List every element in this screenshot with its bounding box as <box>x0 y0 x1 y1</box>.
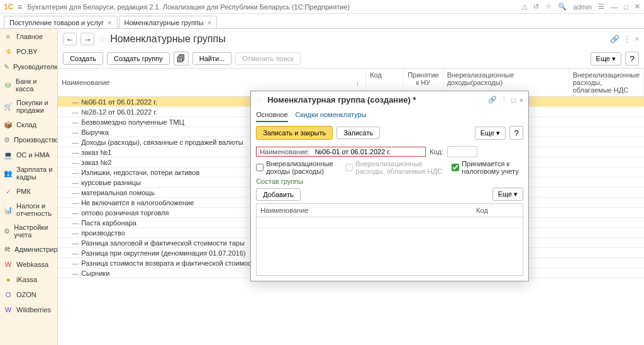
tab-receipt[interactable]: Поступление товаров и услуг × <box>4 16 118 28</box>
close-page-icon[interactable]: × <box>635 35 639 43</box>
sidebar-item[interactable]: WWildberries <box>0 302 57 317</box>
sidebar-icon: ✓ <box>4 187 13 196</box>
star-icon[interactable]: ☆ <box>545 3 552 11</box>
more-menu-icon[interactable]: ⋮ <box>501 96 508 104</box>
list-toolbar: Создать Создать группу 🗐 Найти... Отмени… <box>58 49 644 68</box>
content-area: ← → ☆ Номенклатурные группы 🔗 ⋮ × Создат… <box>58 29 644 345</box>
sidebar-icon: 💻 <box>4 150 13 159</box>
sub-col-code[interactable]: Код <box>472 204 523 217</box>
favorite-icon[interactable]: ☆ <box>98 34 106 44</box>
sidebar-item[interactable]: ●iKassa <box>0 272 57 287</box>
sidebar-item-label: Руководителю <box>13 63 58 71</box>
nav-forward-button[interactable]: → <box>80 33 94 45</box>
sidebar-icon: ● <box>4 275 13 284</box>
app-logo: 1С <box>4 3 13 11</box>
sidebar-item-label: Настройки учета <box>14 223 53 239</box>
link-icon[interactable]: 🔗 <box>488 96 497 104</box>
sidebar-item[interactable]: 📦Склад <box>0 117 57 132</box>
user-label[interactable]: admin <box>573 3 592 11</box>
col-nds[interactable]: Внереализационные расходы, облагаемые НД… <box>569 69 644 96</box>
help-button[interactable]: ? <box>625 52 639 65</box>
sub-more-button[interactable]: Еще ▾ <box>492 188 523 201</box>
nav-back-button[interactable]: ← <box>63 33 77 45</box>
sidebar-item[interactable]: 🛒Покупки и продажи <box>0 96 57 117</box>
sidebar-item-label: Главное <box>16 33 43 40</box>
sidebar-item[interactable]: ⚙Производство <box>0 132 57 147</box>
name-input[interactable] <box>314 148 425 156</box>
sidebar-item-label: Webkassa <box>16 261 48 268</box>
dialog-title: Номенклатурная группа (создание) * <box>267 95 484 105</box>
copy-button[interactable]: 🗐 <box>174 52 189 65</box>
create-button[interactable]: Создать <box>63 52 103 65</box>
chk-nonrealiz[interactable] <box>256 164 264 171</box>
sidebar-item[interactable]: ✓РМК <box>0 184 57 199</box>
search-icon[interactable]: 🔍 <box>558 3 567 11</box>
more-menu-icon[interactable]: ⋮ <box>623 35 631 43</box>
sidebar-item[interactable]: 🛠Администрирование <box>0 242 57 257</box>
tab-nomenclature-groups[interactable]: Номенклатурные группы × <box>119 16 218 28</box>
find-button[interactable]: Найти... <box>192 52 232 65</box>
sidebar-item[interactable]: OOZON <box>0 287 57 302</box>
sidebar-item[interactable]: ✎Руководителю <box>0 59 57 74</box>
chk-nu[interactable] <box>452 164 459 171</box>
dialog-help-button[interactable]: ? <box>509 126 523 140</box>
close-icon[interactable]: × <box>519 96 523 104</box>
tab-label: Поступление товаров и услуг <box>9 19 104 26</box>
titlebar: 1С ≡ Бухгалтерия для Беларуси, редакция … <box>0 0 644 14</box>
sidebar-icon: ⚙ <box>4 227 10 235</box>
notify-icon[interactable]: △ <box>522 3 527 11</box>
more-button[interactable]: Еще ▾ <box>591 52 621 65</box>
sidebar-icon: 👥 <box>4 169 13 178</box>
app-title: Бухгалтерия для Беларуси, редакция 2.1. … <box>28 3 523 11</box>
chk-nds-label: Внереализационные расходы, облагаемые НД… <box>355 160 445 175</box>
create-group-button[interactable]: Создать группу <box>107 52 170 65</box>
sidebar-icon: ⚙ <box>4 135 10 144</box>
code-input[interactable] <box>447 146 477 157</box>
hamburger-icon[interactable]: ≡ <box>17 2 22 12</box>
sidebar-item-label: Банк и касса <box>16 77 53 93</box>
sidebar-item-label: OZON <box>16 291 36 298</box>
dialog-more-button[interactable]: Еще ▾ <box>475 127 506 140</box>
sub-col-name[interactable]: Наименование <box>257 204 472 217</box>
cancel-search-button[interactable]: Отменить поиск <box>235 52 301 65</box>
sidebar-item[interactable]: 📊Налоги и отчетность <box>0 199 57 220</box>
maximize-icon[interactable]: □ <box>511 96 516 104</box>
close-app-icon[interactable]: ✕ <box>635 3 640 11</box>
code-label: Код: <box>430 148 443 156</box>
add-button[interactable]: Добавить <box>256 188 301 201</box>
dialog-header: ☆ Номенклатурная группа (создание) * 🔗 ⋮… <box>251 91 528 108</box>
maximize-icon[interactable]: □ <box>624 3 628 11</box>
close-icon[interactable]: × <box>108 19 111 26</box>
sidebar-item[interactable]: ✲PO.BY <box>0 44 57 59</box>
sidebar-item[interactable]: ⛁Банк и касса <box>0 74 57 96</box>
sidebar-item-label: РМК <box>16 188 31 195</box>
favorite-icon[interactable]: ☆ <box>256 95 264 105</box>
sidebar-icon: 🛒 <box>4 102 13 111</box>
tab-main[interactable]: Основное <box>256 108 287 122</box>
link-icon[interactable]: 🔗 <box>610 35 619 43</box>
page-header: ← → ☆ Номенклатурные группы 🔗 ⋮ × <box>58 29 644 49</box>
tab-discounts[interactable]: Скидки номенклатуры <box>296 108 367 122</box>
tabbar: Поступление товаров и услуг × Номенклату… <box>0 14 644 29</box>
sidebar: ≡Главное✲PO.BY✎Руководителю⛁Банк и касса… <box>0 29 58 345</box>
chk-nu-label: Принимается к налоговому учету <box>462 160 523 175</box>
sidebar-item-label: Администрирование <box>14 246 58 253</box>
sidebar-item-label: Производство <box>14 136 58 144</box>
chk-nds <box>345 164 353 171</box>
save-close-button[interactable]: Записать и закрыть <box>256 126 333 140</box>
user-menu-icon[interactable]: ☰ <box>598 3 604 11</box>
sidebar-item[interactable]: WWebkassa <box>0 257 57 272</box>
sub-grid[interactable]: Наименование Код <box>256 203 523 276</box>
save-button[interactable]: Записать <box>336 127 380 139</box>
sidebar-item[interactable]: 👥Зарплата и кадры <box>0 162 57 184</box>
sidebar-item[interactable]: ≡Главное <box>0 29 57 44</box>
sidebar-item-label: iKassa <box>16 276 37 283</box>
minimize-icon[interactable]: — <box>611 3 618 11</box>
close-icon[interactable]: × <box>208 19 211 26</box>
sub-grid-row[interactable] <box>257 217 523 229</box>
history-icon[interactable]: ↺ <box>533 3 539 11</box>
sidebar-item[interactable]: ⚙Настройки учета <box>0 220 57 242</box>
sidebar-item[interactable]: 💻ОС и НМА <box>0 147 57 162</box>
sidebar-icon: ✲ <box>4 47 13 56</box>
page-title: Номенклатурные группы <box>110 33 226 45</box>
